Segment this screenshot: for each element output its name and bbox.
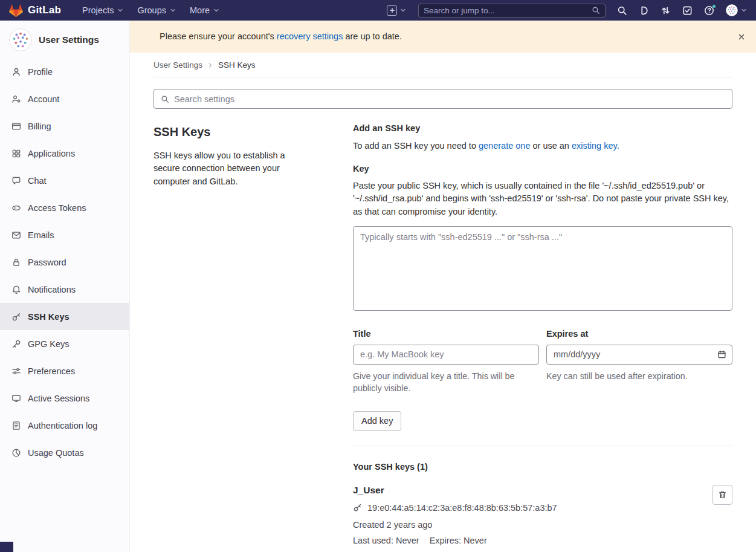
chevron-down-icon [169, 7, 176, 14]
chevron-down-icon [213, 7, 220, 14]
intro-text: To add an SSH key you need to [353, 141, 479, 151]
sidebar-item-preferences[interactable]: Preferences [0, 357, 129, 385]
sidebar-item-notifications[interactable]: Notifications [0, 276, 129, 303]
settings-search-input[interactable] [174, 94, 725, 104]
existing-key-link[interactable]: existing key [572, 141, 617, 151]
sidebar-item-access-tokens[interactable]: Access Tokens [0, 194, 129, 221]
navbar-right [387, 4, 748, 18]
sidebar-item-active-sessions[interactable]: Active Sessions [0, 385, 129, 412]
search-icon [617, 5, 627, 16]
keys-list-heading: Your SSH keys (1) [353, 462, 732, 472]
sidebar-item-emails[interactable]: Emails [0, 221, 129, 248]
form-intro: To add an SSH key you need to generate o… [353, 141, 732, 151]
key-icon [11, 312, 21, 322]
ssh-key-textarea[interactable] [353, 226, 732, 311]
merge-requests-button[interactable] [661, 5, 671, 16]
key-title-input[interactable] [353, 345, 539, 365]
expires-help-text: Key can still be used after expiration. [546, 370, 732, 382]
sidebar-item-label: Usage Quotas [28, 448, 84, 458]
user-menu[interactable] [726, 4, 748, 16]
tanuki-icon [8, 3, 24, 18]
title-label: Title [353, 329, 539, 339]
gitlab-logo[interactable]: GitLab [8, 3, 61, 18]
issues-icon [639, 5, 649, 16]
plus-icon [387, 5, 397, 16]
user-avatar [9, 28, 32, 51]
nav-projects-menu[interactable]: Projects [76, 0, 131, 21]
sidebar-item-label: GPG Keys [28, 339, 69, 349]
global-search[interactable] [418, 4, 606, 18]
generate-one-link[interactable]: generate one [479, 141, 530, 151]
todos-button[interactable] [682, 5, 693, 16]
title-help-text: Give your individual key a title. This w… [353, 370, 539, 395]
expires-label: Expires at [546, 329, 732, 339]
top-navbar: GitLab Projects Groups More [0, 0, 756, 21]
divider [353, 446, 732, 446]
nav-groups-menu[interactable]: Groups [131, 0, 183, 21]
sidebar-item-label: Emails [28, 230, 54, 240]
sidebar-item-profile[interactable]: Profile [0, 58, 129, 85]
token-icon [11, 203, 21, 213]
trash-icon [718, 490, 727, 499]
sidebar-item-label: Profile [28, 67, 53, 77]
close-icon [737, 33, 746, 41]
nav-projects-label: Projects [82, 5, 114, 15]
sidebar-item-label: Password [28, 258, 66, 267]
search-icon [161, 95, 169, 103]
recovery-settings-link[interactable]: recovery settings [277, 31, 343, 41]
key-last-used: Last used: Never [353, 536, 419, 545]
key-fingerprint: 19:e0:44:a5:14:c2:3a:e8:f8:48:8b:63:5b:5… [367, 503, 557, 513]
nav-more-label: More [190, 5, 210, 15]
key-label: Key [353, 164, 732, 174]
sidebar-item-label: Active Sessions [28, 394, 89, 403]
ssh-key-form: Add an SSH key To add an SSH key you nee… [353, 123, 732, 552]
sidebar-item-ssh-keys[interactable]: SSH Keys [0, 303, 129, 330]
issues-button[interactable] [639, 5, 649, 16]
sidebar-item-applications[interactable]: Applications [0, 140, 129, 167]
user-icon [11, 67, 21, 77]
sidebar-item-password[interactable]: Password [0, 248, 129, 276]
key-help-text: Paste your public SSH key, which is usua… [353, 180, 732, 218]
gpg-key-icon [11, 339, 21, 349]
nav-groups-label: Groups [137, 5, 166, 15]
sidebar-item-label: Applications [28, 149, 75, 158]
breadcrumb-user-settings[interactable]: User Settings [153, 60, 202, 70]
notification-dot [712, 4, 716, 8]
key-expires: Expires: Never [430, 536, 487, 545]
page-description: SSH keys allow you to establish a secure… [153, 149, 305, 188]
delete-key-button[interactable] [712, 485, 732, 505]
nav-more-menu[interactable]: More [183, 0, 227, 21]
global-search-input[interactable] [424, 6, 588, 15]
sidebar-item-account[interactable]: Account [0, 85, 129, 112]
calendar-icon [717, 350, 726, 359]
settings-search [153, 89, 732, 109]
key-created: Created 2 years ago [353, 520, 712, 530]
help-button[interactable] [704, 5, 714, 16]
mail-icon [11, 230, 21, 240]
sidebar-item-authentication-log[interactable]: Authentication log [0, 412, 129, 439]
alert-banner: Please ensure your account's recovery se… [130, 21, 756, 53]
account-icon [11, 94, 21, 104]
bell-icon [11, 285, 21, 294]
search-button[interactable] [617, 5, 627, 16]
sidebar-item-label: Access Tokens [28, 203, 86, 213]
sidebar-item-usage-quotas[interactable]: Usage Quotas [0, 439, 129, 466]
section-intro: SSH Keys SSH keys allow you to establish… [153, 123, 305, 552]
new-menu-button[interactable] [387, 5, 407, 16]
chevron-down-icon [399, 7, 407, 14]
sidebar-item-billing[interactable]: Billing [0, 112, 129, 140]
key-title: J_User [353, 485, 712, 496]
quota-icon [11, 448, 21, 458]
alert-close-button[interactable] [735, 30, 748, 44]
merge-requests-icon [661, 5, 671, 16]
sidebar-header: User Settings [0, 21, 129, 58]
add-key-button[interactable]: Add key [353, 411, 401, 431]
sidebar-item-gpg-keys[interactable]: GPG Keys [0, 330, 129, 357]
settings-sidebar: User Settings Profile Account Billing Ap… [0, 21, 130, 552]
sidebar-item-chat[interactable]: Chat [0, 167, 129, 194]
form-section-title: Add an SSH key [353, 123, 732, 133]
log-icon [11, 421, 21, 430]
breadcrumb-current: SSH Keys [218, 60, 256, 70]
sidebar-item-label: SSH Keys [28, 312, 69, 322]
expires-at-input[interactable]: mm/dd/yyyy [546, 345, 732, 365]
